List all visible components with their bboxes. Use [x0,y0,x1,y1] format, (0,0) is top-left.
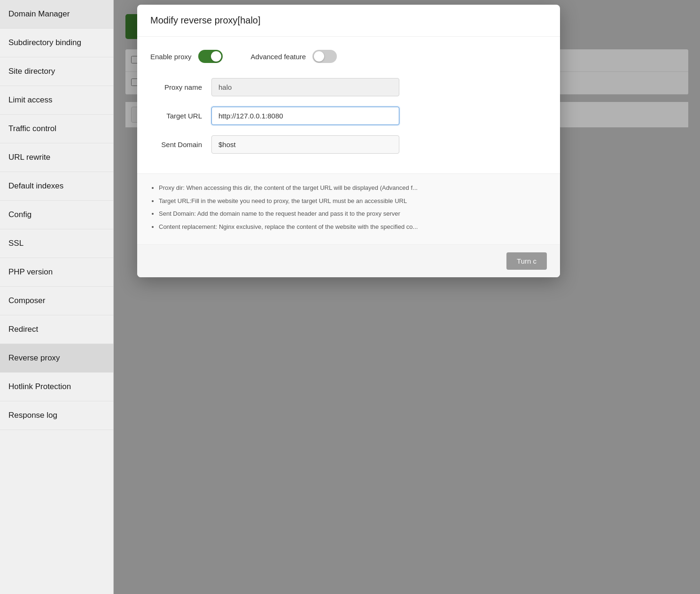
sidebar-item-php-version[interactable]: PHP version [0,258,113,287]
proxy-name-group: Proxy name [150,78,547,96]
advanced-feature-thumb [314,51,324,62]
proxy-name-label: Proxy name [150,83,211,91]
toggles-row: Enable proxy Advanced feature [150,50,547,63]
sidebar-item-site-directory[interactable]: Site directory [0,57,113,86]
main-content: Add reverse proxy Name Proxy dir Target … [114,0,700,594]
sidebar-item-limit-access[interactable]: Limit access [0,86,113,115]
turn-button[interactable]: Turn c [506,252,547,270]
enable-proxy-label: Enable proxy [150,53,192,61]
sidebar-item-config[interactable]: Config [0,201,113,229]
sidebar-item-response-log[interactable]: Response log [0,401,113,430]
info-bullet: Target URL:Fill in the website you need … [159,196,547,206]
sidebar-item-url-rewrite[interactable]: URL rewrite [0,143,113,172]
sidebar: Domain ManagerSubdirectory bindingSite d… [0,0,114,594]
sidebar-item-domain-manager[interactable]: Domain Manager [0,0,113,29]
info-bullet: Sent Domain: Add the domain name to the … [159,209,547,219]
sidebar-item-redirect[interactable]: Redirect [0,315,113,344]
modal-body: Enable proxy Advanced feature [137,37,560,173]
target-url-label: Target URL [150,112,211,120]
sidebar-item-ssl[interactable]: SSL [0,229,113,258]
modal-title: Modify reverse proxy[halo] [150,15,261,25]
sidebar-item-default-indexes[interactable]: Default indexes [0,172,113,201]
enable-proxy-group: Enable proxy [150,50,223,63]
modal-header: Modify reverse proxy[halo] [137,5,560,37]
sidebar-item-reverse-proxy[interactable]: Reverse proxy [0,344,113,373]
info-bullet: Proxy dir: When accessing this dir, the … [159,183,547,193]
modal-overlay: Modify reverse proxy[halo] Enable proxy [114,0,700,594]
advanced-feature-group: Advanced feature [251,50,337,63]
proxy-name-input[interactable] [211,78,399,96]
target-url-group: Target URL [150,107,547,125]
modal-dialog: Modify reverse proxy[halo] Enable proxy [137,5,560,277]
sidebar-item-composer[interactable]: Composer [0,287,113,315]
info-list: Proxy dir: When accessing this dir, the … [150,183,547,231]
sent-domain-group: Sent Domain [150,135,547,154]
modal-footer: Turn c [137,244,560,277]
enable-proxy-toggle[interactable] [198,50,223,63]
advanced-feature-label: Advanced feature [251,53,306,61]
info-bullets-section: Proxy dir: When accessing this dir, the … [137,173,560,244]
sidebar-item-traffic-control[interactable]: Traffic control [0,115,113,143]
info-bullet: Content replacement: Nginx exclusive, re… [159,222,547,232]
advanced-feature-toggle[interactable] [312,50,337,63]
sent-domain-label: Sent Domain [150,141,211,148]
sidebar-item-hotlink-protection[interactable]: Hotlink Protection [0,373,113,401]
sidebar-item-subdirectory-binding[interactable]: Subdirectory binding [0,29,113,57]
enable-proxy-thumb [211,51,221,62]
target-url-input[interactable] [211,107,399,125]
sent-domain-input[interactable] [211,135,399,154]
